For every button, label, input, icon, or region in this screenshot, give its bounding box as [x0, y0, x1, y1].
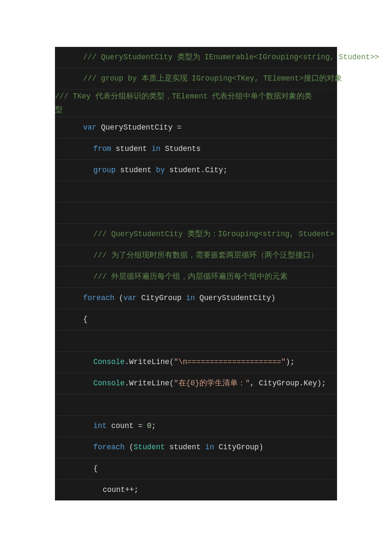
code-token: group — [93, 166, 116, 174]
code-token: student — [116, 166, 156, 174]
code-line — [55, 330, 337, 352]
code-line-content: /// TKey 代表分组标识的类型，TElement 代表分组中单个数据对象的… — [55, 90, 312, 117]
code-token: /// QueryStudentCity 类型为：IGrouping<strin… — [93, 230, 334, 238]
code-line: { — [55, 458, 337, 480]
code-line: foreach (var CityGroup in QueryStudentCi… — [55, 288, 337, 309]
code-token: 0 — [147, 422, 152, 430]
code-line: var QueryStudentCity = — [55, 117, 337, 139]
code-token: . — [299, 379, 304, 387]
code-token: from — [93, 145, 111, 153]
code-block: /// QueryStudentCity 类型为 IEnumerable<IGr… — [55, 47, 337, 500]
code-line-content: /// 为了分组现时所有数据，需要嵌套两层循环（两个泛型接口） — [55, 245, 318, 266]
code-line-content: /// QueryStudentCity 类型为：IGrouping<strin… — [55, 224, 334, 245]
code-token: CityGroup) — [214, 443, 264, 451]
code-token: "\n=====================" — [174, 358, 286, 366]
code-line: Console.WriteLine("\n===================… — [55, 352, 337, 373]
code-line-content — [55, 181, 60, 202]
code-line — [55, 394, 337, 416]
code-token: QueryStudentCity = — [97, 123, 182, 132]
code-line-content: /// group by 本质上是实现 IGrouping<TKey, TEle… — [55, 68, 342, 89]
code-token: in — [186, 294, 195, 302]
code-token: in — [205, 443, 214, 451]
code-token: by — [156, 166, 165, 174]
code-token: ( — [125, 443, 134, 451]
code-line-content: { — [55, 309, 88, 330]
code-line-content: Console.WriteLine("\n===================… — [55, 352, 295, 373]
code-line-content — [55, 330, 60, 351]
code-line: count++; — [55, 480, 337, 500]
code-token: ; — [152, 422, 156, 430]
code-line-content: group student by student.City; — [55, 160, 228, 181]
code-line-content: foreach (Student student in CityGroup) — [55, 437, 263, 458]
code-line — [55, 181, 337, 202]
code-line: int count = 0; — [55, 416, 337, 437]
code-token: ( — [115, 294, 124, 302]
code-line: /// TKey 代表分组标识的类型，TElement 代表分组中单个数据对象的… — [55, 90, 337, 117]
code-token: "在{0}的学生清单：" — [174, 379, 250, 387]
document-page: /// QueryStudentCity 类型为 IEnumerable<IGr… — [0, 0, 392, 517]
code-line-content: count++; — [55, 480, 138, 500]
code-token: ); — [286, 358, 295, 366]
code-line: /// QueryStudentCity 类型为：IGrouping<strin… — [55, 224, 337, 245]
code-line-content: Console.WriteLine("在{0}的学生清单：", CityGrou… — [55, 373, 326, 394]
code-token: City; — [205, 166, 228, 174]
code-token: var — [83, 123, 97, 132]
code-line: Console.WriteLine("在{0}的学生清单：", CityGrou… — [55, 373, 337, 394]
code-token: { — [93, 464, 98, 473]
code-token: /// QueryStudentCity 类型为 IEnumerable<IGr… — [83, 53, 379, 61]
code-line-content: /// 外层循环遍历每个组，内层循环遍历每个组中的元素 — [55, 266, 288, 287]
code-token: Students — [161, 145, 201, 153]
code-token: /// TKey 代表分组标识的类型，TElement 代表分组中单个数据对象的… — [55, 92, 312, 101]
code-line — [55, 202, 337, 224]
code-token: count++; — [103, 486, 138, 494]
code-line-content: from student in Students — [55, 139, 201, 159]
code-token: int — [93, 422, 107, 430]
code-token: student — [165, 166, 201, 174]
code-token: , CityGroup — [250, 379, 300, 387]
code-line: /// group by 本质上是实现 IGrouping<TKey, TEle… — [55, 68, 337, 90]
code-token: QueryStudentCity) — [195, 294, 276, 302]
code-token: Console — [93, 358, 125, 366]
code-line-content: int count = 0; — [55, 416, 156, 436]
code-token: { — [83, 315, 88, 324]
code-token: count = — [107, 422, 147, 430]
code-line: { — [55, 309, 337, 330]
code-token: in — [152, 145, 161, 153]
code-line-content — [55, 394, 60, 415]
code-line: /// 外层循环遍历每个组，内层循环遍历每个组中的元素 — [55, 266, 337, 288]
code-token: Student — [134, 443, 165, 451]
code-line: from student in Students — [55, 139, 337, 160]
code-token: 型 — [55, 106, 63, 114]
code-line-content: foreach (var CityGroup in QueryStudentCi… — [55, 288, 276, 309]
code-line: group student by student.City; — [55, 160, 337, 181]
code-line-content: { — [55, 458, 98, 479]
code-token: student — [111, 145, 152, 153]
code-token: .WriteLine( — [125, 379, 174, 387]
code-token: foreach — [83, 294, 115, 302]
code-token: . — [201, 166, 205, 174]
code-token: var — [124, 294, 137, 302]
code-token: /// 外层循环遍历每个组，内层循环遍历每个组中的元素 — [93, 272, 288, 281]
code-token: /// group by 本质上是实现 IGrouping<TKey, TEle… — [83, 74, 342, 83]
code-token: CityGroup — [137, 294, 186, 302]
code-line-content: var QueryStudentCity = — [55, 117, 182, 138]
code-token: .WriteLine( — [125, 358, 174, 366]
code-line-content: /// QueryStudentCity 类型为 IEnumerable<IGr… — [55, 47, 379, 68]
code-token: Key); — [304, 379, 326, 387]
code-token: foreach — [93, 443, 125, 451]
code-line: /// 为了分组现时所有数据，需要嵌套两层循环（两个泛型接口） — [55, 245, 337, 266]
code-line: foreach (Student student in CityGroup) — [55, 437, 337, 458]
code-line: /// QueryStudentCity 类型为 IEnumerable<IGr… — [55, 47, 337, 68]
code-token: /// 为了分组现时所有数据，需要嵌套两层循环（两个泛型接口） — [93, 251, 318, 260]
code-token: student — [165, 443, 205, 451]
code-token: Console — [93, 379, 125, 387]
code-line-content — [55, 202, 60, 223]
